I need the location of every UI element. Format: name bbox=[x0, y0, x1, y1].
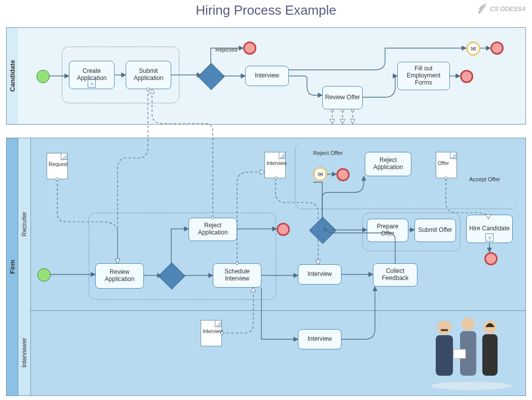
task-reject-application-cand: Reject Application bbox=[365, 152, 411, 176]
subprocess-marker-icon: ＋ bbox=[485, 233, 493, 242]
svg-point-0 bbox=[431, 382, 512, 390]
end-event-reject-app bbox=[277, 223, 290, 236]
task-reject-application-recruiter: Reject Application bbox=[188, 218, 237, 241]
doc-interview-1: Interview bbox=[264, 152, 286, 178]
message-event-reject-offer: ✉ bbox=[313, 167, 327, 181]
pool-firm-label: Firm bbox=[7, 138, 18, 395]
svg-rect-1 bbox=[436, 335, 453, 376]
label-accept-offer: Accept Offer bbox=[469, 176, 500, 182]
diagram-title: Hiring Process Example bbox=[0, 3, 532, 18]
svg-rect-3 bbox=[441, 329, 448, 331]
task-fill-forms: Fill out Employment Forms bbox=[397, 62, 450, 90]
task-interview-recruiter: Interview bbox=[298, 264, 341, 285]
task-submit-application: Submit Application bbox=[126, 61, 171, 89]
subprocess-marker-icon: ＋ bbox=[88, 79, 96, 88]
start-event-candidate bbox=[36, 70, 50, 83]
svg-point-2 bbox=[437, 321, 451, 335]
task-hire-candidate: Hire Candidate＋ bbox=[466, 215, 513, 243]
task-review-application: Review Application bbox=[95, 263, 144, 289]
end-event-hire bbox=[484, 252, 498, 265]
brand-logo: CS ODESSA bbox=[477, 2, 526, 16]
envelope-icon: ✉ bbox=[471, 45, 476, 53]
doc-request: Request bbox=[47, 153, 68, 179]
task-submit-offer: Submit Offer bbox=[414, 219, 456, 242]
people-illustration-icon bbox=[426, 305, 517, 391]
svg-point-5 bbox=[462, 317, 475, 331]
label-rejected: Rejected bbox=[215, 47, 237, 53]
svg-rect-8 bbox=[453, 349, 466, 358]
doc-offer: Offer bbox=[436, 152, 457, 178]
doc-interview-2: Interview bbox=[201, 320, 222, 346]
task-create-application: Create Application＋ bbox=[69, 61, 115, 89]
end-event-reject-offer bbox=[336, 168, 350, 181]
logo-swoosh-icon bbox=[477, 2, 488, 16]
task-interview-candidate: Interview bbox=[245, 66, 289, 86]
label-reject-offer: Reject Offer bbox=[313, 150, 343, 156]
end-event-candidate-2 bbox=[490, 42, 504, 55]
message-event-candidate: ✉ bbox=[466, 42, 480, 56]
envelope-icon: ✉ bbox=[318, 171, 323, 178]
end-event-rejected bbox=[243, 42, 256, 55]
svg-rect-6 bbox=[482, 334, 498, 376]
pool-candidate-label: Candidate bbox=[7, 28, 18, 124]
end-event-forms bbox=[460, 70, 473, 83]
lane-recruiter-label: Recruiter bbox=[18, 138, 31, 310]
lane-interviewer-label: Interviewer bbox=[18, 310, 31, 396]
task-schedule-interview: Schedule Interview bbox=[213, 263, 261, 288]
task-interview-interviewer: Interview bbox=[298, 329, 341, 349]
bpmn-diagram: Hiring Process Example CS ODESSA Candida… bbox=[0, 0, 532, 400]
start-event-firm bbox=[37, 268, 51, 282]
task-collect-feedback: Collect Feedback bbox=[373, 263, 417, 287]
task-prepare-offer: Prepare Offer bbox=[367, 219, 408, 242]
task-review-offer: Review Offer bbox=[322, 86, 363, 109]
